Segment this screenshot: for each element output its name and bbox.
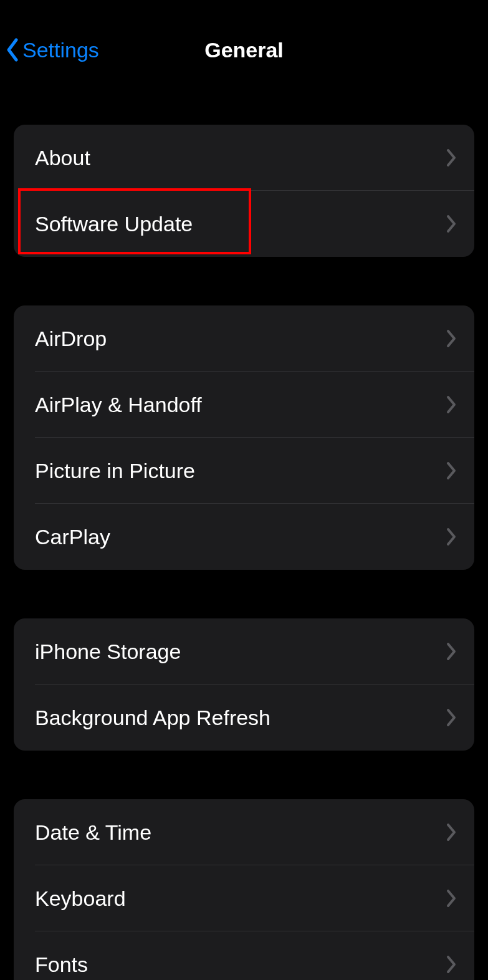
settings-group: About Software Update [14,125,474,257]
chevron-right-icon [446,823,457,842]
row-fonts[interactable]: Fonts [14,931,474,980]
settings-group: Date & Time Keyboard Fonts [14,799,474,980]
row-label: AirDrop [35,327,107,351]
row-label: CarPlay [35,525,110,549]
back-button[interactable]: Settings [0,37,99,62]
row-label: Software Update [35,212,193,236]
row-label: About [35,146,90,170]
chevron-right-icon [446,214,457,233]
row-label: AirPlay & Handoff [35,393,202,417]
page-title: General [204,38,284,62]
nav-bar: Settings General [0,25,488,75]
chevron-right-icon [446,955,457,974]
row-software-update[interactable]: Software Update [14,191,474,257]
row-airdrop[interactable]: AirDrop [14,305,474,372]
row-keyboard[interactable]: Keyboard [14,865,474,931]
back-label: Settings [22,38,99,62]
chevron-right-icon [446,527,457,546]
row-label: Date & Time [35,820,151,845]
settings-content: About Software Update AirDrop AirPlay & … [0,125,488,980]
settings-group: iPhone Storage Background App Refresh [14,618,474,751]
row-label: Picture in Picture [35,459,195,483]
chevron-left-icon [5,37,19,62]
row-label: Background App Refresh [35,706,270,730]
row-label: Fonts [35,953,88,977]
row-about[interactable]: About [14,125,474,191]
chevron-right-icon [446,148,457,167]
row-airplay-handoff[interactable]: AirPlay & Handoff [14,372,474,438]
chevron-right-icon [446,708,457,727]
chevron-right-icon [446,889,457,908]
chevron-right-icon [446,461,457,480]
row-label: iPhone Storage [35,640,181,664]
row-carplay[interactable]: CarPlay [14,504,474,570]
row-date-time[interactable]: Date & Time [14,799,474,865]
row-iphone-storage[interactable]: iPhone Storage [14,618,474,685]
chevron-right-icon [446,329,457,348]
chevron-right-icon [446,642,457,661]
chevron-right-icon [446,395,457,414]
row-picture-in-picture[interactable]: Picture in Picture [14,438,474,504]
settings-group: AirDrop AirPlay & Handoff Picture in Pic… [14,305,474,570]
row-label: Keyboard [35,886,126,911]
row-background-app-refresh[interactable]: Background App Refresh [14,685,474,751]
